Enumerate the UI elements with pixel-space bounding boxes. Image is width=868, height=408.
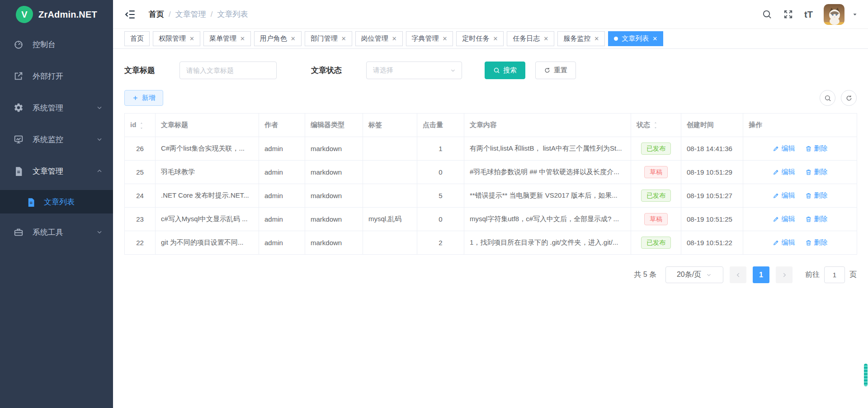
breadcrumb-article-management[interactable]: 文章管理 [175, 9, 206, 19]
sidebar-item-label: 系统监控 [33, 134, 96, 145]
tab-服务监控[interactable]: 服务监控✕ [557, 31, 605, 46]
add-button[interactable]: 新增 [124, 90, 163, 106]
scrollbar-thumb[interactable] [864, 364, 868, 386]
page-size-select[interactable]: 20条/页 [665, 266, 723, 283]
column-header-文章标题: 文章标题 [156, 114, 259, 137]
cell-editor-type: markdown [305, 137, 363, 161]
column-header-状态[interactable]: 状态 [631, 114, 681, 137]
close-icon[interactable]: ✕ [240, 36, 245, 42]
cell-clicks: 1 [417, 137, 464, 161]
cell-id: 23 [125, 208, 156, 231]
tab-定时任务[interactable]: 定时任务✕ [456, 31, 504, 46]
breadcrumb-home[interactable]: 首页 [149, 9, 164, 19]
chevron-down-icon [96, 104, 103, 111]
close-icon[interactable]: ✕ [443, 36, 448, 42]
close-icon[interactable]: ✕ [493, 36, 498, 42]
reset-button[interactable]: 重置 [535, 62, 576, 79]
article-status-select[interactable]: 请选择 [366, 62, 462, 79]
edit-button[interactable]: 编辑 [773, 168, 795, 176]
cell-created-time: 08-19 10:51:29 [681, 161, 743, 184]
font-size-icon[interactable]: tT [804, 10, 813, 19]
goto-page: 前往 页 [805, 266, 857, 283]
sidebar-item-label: 外部打开 [33, 71, 103, 81]
sidebar-item-系统监控[interactable]: 系统监控 [0, 127, 113, 152]
sidebar-item-系统管理[interactable]: 系统管理 [0, 95, 113, 120]
breadcrumb-article-list: 文章列表 [217, 9, 248, 19]
close-icon[interactable]: ✕ [543, 36, 548, 42]
close-icon[interactable]: ✕ [652, 36, 657, 42]
edit-button[interactable]: 编辑 [773, 191, 795, 200]
prev-page-button[interactable] [730, 266, 746, 283]
refresh-table-button[interactable] [841, 90, 857, 106]
table-row: 24.NET Core 发布时提示.NET...adminmarkdown5**… [125, 184, 857, 208]
article-title-input[interactable] [179, 62, 277, 79]
sidebar-item-控制台[interactable]: 控制台 [0, 32, 113, 57]
tab-文章列表[interactable]: 文章列表✕ [608, 31, 663, 46]
tab-权限管理[interactable]: 权限管理✕ [153, 31, 200, 46]
tab-用户角色[interactable]: 用户角色✕ [254, 31, 302, 46]
close-icon[interactable]: ✕ [189, 36, 194, 42]
avatar[interactable] [824, 4, 844, 25]
close-icon[interactable]: ✕ [392, 36, 397, 42]
cell-content: **错误提示** 当电脑更新 VS2017 版本后，如果... [464, 184, 631, 208]
tab-label: 菜单管理 [209, 34, 236, 43]
edit-icon [773, 145, 779, 152]
cell-title: c#写入Mysql中文显示乱码 ... [156, 208, 259, 231]
tab-部门管理[interactable]: 部门管理✕ [305, 31, 352, 46]
sort-caret-icon[interactable] [653, 122, 658, 129]
delete-button-label: 删除 [814, 191, 828, 200]
tab-岗位管理[interactable]: 岗位管理✕ [355, 31, 403, 46]
edit-button[interactable]: 编辑 [773, 238, 795, 247]
pagination-total: 共 5 条 [634, 270, 656, 280]
delete-button[interactable]: 删除 [805, 238, 828, 247]
chevron-down-icon [706, 272, 712, 278]
delete-button[interactable]: 删除 [805, 144, 828, 153]
sidebar-item-文章管理[interactable]: 文章管理 [0, 158, 113, 184]
external-link-icon [14, 71, 24, 81]
delete-button[interactable]: 删除 [805, 191, 828, 200]
delete-button[interactable]: 删除 [805, 168, 828, 176]
close-icon[interactable]: ✕ [291, 36, 296, 42]
column-header-id[interactable]: id [125, 114, 156, 137]
sidebar-item-文章列表[interactable]: 文章列表 [0, 190, 113, 213]
app-logo[interactable]: V ZrAdmin.NET [0, 0, 113, 29]
goto-page-input[interactable] [824, 266, 845, 283]
search-button[interactable]: 搜索 [485, 62, 525, 79]
cell-clicks: 0 [417, 208, 464, 231]
breadcrumb-separator: / [211, 10, 213, 19]
avatar-dropdown-caret[interactable] [852, 11, 858, 18]
edit-button[interactable]: 编辑 [773, 215, 795, 223]
tab-label: 部门管理 [311, 34, 338, 43]
page-number-1[interactable]: 1 [753, 266, 769, 283]
tab-菜单管理[interactable]: 菜单管理✕ [203, 31, 251, 46]
toolbox-icon [14, 227, 24, 237]
tab-label: 定时任务 [462, 34, 489, 43]
delete-button[interactable]: 删除 [805, 215, 828, 223]
tab-任务日志[interactable]: 任务日志✕ [507, 31, 554, 46]
next-page-button[interactable] [776, 266, 793, 283]
tab-label: 用户角色 [260, 34, 287, 43]
cell-clicks: 5 [417, 184, 464, 208]
document-icon [14, 166, 24, 176]
cell-tags [363, 231, 417, 255]
sidebar-item-系统工具[interactable]: 系统工具 [0, 219, 113, 245]
fullscreen-icon[interactable] [783, 9, 793, 19]
close-icon[interactable]: ✕ [341, 36, 346, 42]
edit-button[interactable]: 编辑 [773, 144, 795, 153]
trash-icon [805, 216, 812, 223]
show-search-toggle-button[interactable] [820, 90, 835, 106]
trash-icon [805, 192, 812, 199]
cell-created-time: 08-19 10:51:25 [681, 208, 743, 231]
cell-actions: 编辑删除 [743, 184, 857, 208]
sidebar-fold-icon[interactable] [124, 9, 136, 20]
status-badge: 草稿 [644, 166, 668, 178]
close-icon[interactable]: ✕ [594, 36, 599, 42]
sidebar-item-label: 控制台 [33, 39, 103, 50]
sort-caret-icon[interactable] [139, 122, 144, 129]
tab-字典管理[interactable]: 字典管理✕ [406, 31, 453, 46]
table-row: 22git 为不同的项目设置不同...adminmarkdown21，找到项目所… [125, 231, 857, 255]
column-header-作者: 作者 [259, 114, 305, 137]
tab-首页[interactable]: 首页 [124, 31, 150, 46]
search-icon[interactable] [762, 9, 772, 19]
sidebar-item-外部打开[interactable]: 外部打开 [0, 63, 113, 89]
